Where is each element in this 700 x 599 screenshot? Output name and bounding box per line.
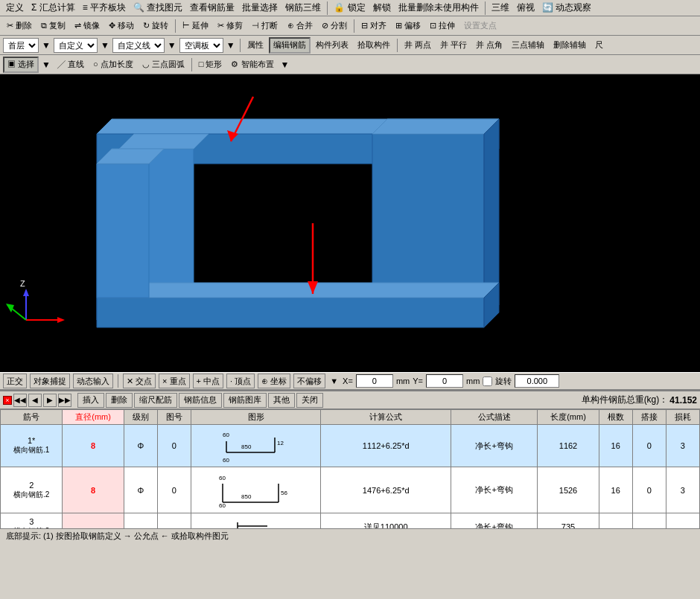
sep5 xyxy=(240,39,241,52)
y-input[interactable] xyxy=(426,374,463,388)
menu-flat[interactable]: ≡ 平齐板块 xyxy=(80,0,129,16)
btn-break[interactable]: ⊣ 打断 xyxy=(248,18,281,34)
td-length-3: 735 xyxy=(538,513,599,529)
btn-del-rebar[interactable]: 删除 xyxy=(106,393,133,408)
btn-select[interactable]: ▣ 选择 xyxy=(3,57,39,73)
td-id-3: 3横向钢筋.3 xyxy=(1,513,63,529)
btn-parallel[interactable]: 并 平行 xyxy=(436,37,471,54)
td-grade-2: Φ xyxy=(124,467,157,513)
menu-dynamic[interactable]: 🔄 动态观察 xyxy=(539,0,594,16)
table-row[interactable]: 1*横向钢筋.1 8 Φ 0 60 12 850 60 xyxy=(1,425,700,467)
btn-center[interactable]: + 中点 xyxy=(193,374,223,388)
nav-first[interactable]: ◀◀ xyxy=(13,394,27,407)
btn-other[interactable]: 其他 xyxy=(268,393,295,408)
edit-toolbar: ▣ 选择 ▼ ╱ 直线 ○ 点加长度 ◡ 三点圆弧 □ 矩形 ⚙ 智能布置 ▼ xyxy=(0,55,700,74)
svg-marker-8 xyxy=(372,119,499,134)
btn-rebar-info[interactable]: 钢筋信息 xyxy=(179,393,222,408)
btn-angle[interactable]: 并 点角 xyxy=(472,37,506,54)
weight-label: 单构件钢筋总重(kg)： xyxy=(582,394,669,406)
menu-define[interactable]: 定义 xyxy=(3,0,27,16)
nav-prev[interactable]: ◀ xyxy=(28,394,42,407)
btn-close[interactable]: 关闭 xyxy=(296,393,323,408)
btn-no-offset[interactable]: 不偏移 xyxy=(293,374,325,388)
layer-select-floor[interactable]: 首层 xyxy=(3,38,39,53)
menu-lock[interactable]: 🔒 锁定 xyxy=(331,0,368,16)
td-overlap-3 xyxy=(632,513,666,529)
btn-ortho[interactable]: 正交 xyxy=(3,374,27,388)
btn-line[interactable]: ╱ 直线 xyxy=(54,57,88,73)
btn-arc[interactable]: ◡ 三点圆弧 xyxy=(139,57,188,73)
svg-text:12: 12 xyxy=(277,440,284,446)
layer-select-line[interactable]: 自定义线 xyxy=(112,38,165,53)
menu-calc[interactable]: Σ 汇总计算 xyxy=(28,0,78,16)
td-overlap-1: 0 xyxy=(632,425,666,467)
table-header-row: 筋号 直径(mm) 级别 图号 图形 计算公式 公式描述 长度(mm) 根数 搭… xyxy=(1,410,700,425)
svg-text:56: 56 xyxy=(281,490,287,496)
btn-component-list[interactable]: 构件列表 xyxy=(312,37,352,54)
th-desc: 公式描述 xyxy=(451,410,537,425)
btn-midpoint[interactable]: × 重点 xyxy=(159,374,189,388)
td-desc-2: 净长+弯钩 xyxy=(451,467,537,513)
x-unit: mm xyxy=(396,377,410,385)
btn-offset[interactable]: ⊞ 偏移 xyxy=(392,18,424,34)
btn-move[interactable]: ✥ 移动 xyxy=(105,18,138,34)
btn-set-pivot[interactable]: 设置支点 xyxy=(460,18,500,34)
rotate-input[interactable] xyxy=(515,374,559,388)
btn-mirror[interactable]: ⇌ 镜像 xyxy=(71,18,104,34)
btn-copy[interactable]: ⧉ 复制 xyxy=(37,18,69,34)
menu-batch-delete[interactable]: 批量删除未使用构件 xyxy=(395,0,482,16)
btn-dynamic-input[interactable]: 动态输入 xyxy=(73,374,113,388)
sep7 xyxy=(191,58,192,71)
rotate-checkbox[interactable] xyxy=(483,377,492,386)
menu-3d[interactable]: 三维 xyxy=(489,0,512,16)
td-figure-no-2: 0 xyxy=(157,467,191,513)
rebar-table-container[interactable]: 筋号 直径(mm) 级别 图号 图形 计算公式 公式描述 长度(mm) 根数 搭… xyxy=(0,409,700,528)
btn-split[interactable]: ⊘ 分割 xyxy=(318,18,351,34)
svg-marker-10 xyxy=(97,298,484,327)
btn-pick-component[interactable]: 拾取构件 xyxy=(354,37,394,54)
x-input[interactable] xyxy=(356,374,393,388)
btn-intersect[interactable]: ✕ 交点 xyxy=(123,374,156,388)
th-count: 根数 xyxy=(599,410,632,425)
btn-properties[interactable]: 属性 xyxy=(244,37,267,54)
btn-scale-rebar[interactable]: 缩尺配筋 xyxy=(134,393,177,408)
btn-rect[interactable]: □ 矩形 xyxy=(195,57,226,73)
td-overlap-2: 0 xyxy=(632,467,666,513)
btn-snap[interactable]: 对象捕捉 xyxy=(30,374,70,388)
nav-next[interactable]: ▶ xyxy=(43,394,57,407)
table-row[interactable]: 3横向钢筋.3 60 详见110000 净长+弯钩 735 xyxy=(1,513,700,529)
btn-smart-layout[interactable]: ⚙ 智能布置 xyxy=(227,57,277,73)
menu-top-view[interactable]: 俯视 xyxy=(514,0,538,16)
sep2 xyxy=(485,1,486,15)
viewport[interactable]: Z xyxy=(0,74,700,372)
td-id-2: 2横向钢筋.2 xyxy=(1,467,63,513)
btn-merge[interactable]: ⊕ 合并 xyxy=(284,18,316,34)
menu-view-rebar[interactable]: 查看钢筋量 xyxy=(187,0,238,16)
nav-last[interactable]: ▶▶ xyxy=(58,394,71,407)
btn-coord[interactable]: ⊕ 坐标 xyxy=(258,374,290,388)
layer-select-custom[interactable]: 自定义 xyxy=(54,38,98,53)
btn-rotate[interactable]: ↻ 旋转 xyxy=(139,18,172,34)
table-row[interactable]: 2横向钢筋.2 8 Φ 0 60 56 850 60 xyxy=(1,467,700,513)
btn-point-length[interactable]: ○ 点加长度 xyxy=(89,57,137,73)
menu-unlock[interactable]: 解锁 xyxy=(370,0,394,16)
btn-delete-aux[interactable]: 删除辅轴 xyxy=(550,37,590,54)
btn-vertex[interactable]: · 顶点 xyxy=(226,374,255,388)
btn-extend[interactable]: ⊢ 延伸 xyxy=(179,18,212,34)
btn-align[interactable]: ⊟ 对齐 xyxy=(357,18,390,34)
btn-rebar-lib[interactable]: 钢筋图库 xyxy=(223,393,267,408)
menu-rebar-3d[interactable]: 钢筋三维 xyxy=(282,0,324,16)
menu-batch-select[interactable]: 批量选择 xyxy=(239,0,281,16)
btn-delete[interactable]: ✂ 删除 xyxy=(3,18,36,34)
btn-insert[interactable]: 插入 xyxy=(77,393,104,408)
sep3 xyxy=(175,19,176,33)
layer-select-ac[interactable]: 空调板 xyxy=(179,38,223,53)
btn-two-point[interactable]: 井 两点 xyxy=(401,37,435,54)
menu-find[interactable]: 🔍 查找图元 xyxy=(130,0,185,16)
btn-stretch[interactable]: ⊡ 拉伸 xyxy=(426,18,459,34)
btn-three-aux[interactable]: 三点辅轴 xyxy=(508,37,548,54)
btn-edit-rebar[interactable]: 编辑钢筋 xyxy=(269,37,311,54)
btn-ruler[interactable]: 尺 xyxy=(591,37,607,54)
btn-trim[interactable]: ✂ 修剪 xyxy=(214,18,246,34)
panel-close-btn[interactable]: × xyxy=(3,396,12,405)
